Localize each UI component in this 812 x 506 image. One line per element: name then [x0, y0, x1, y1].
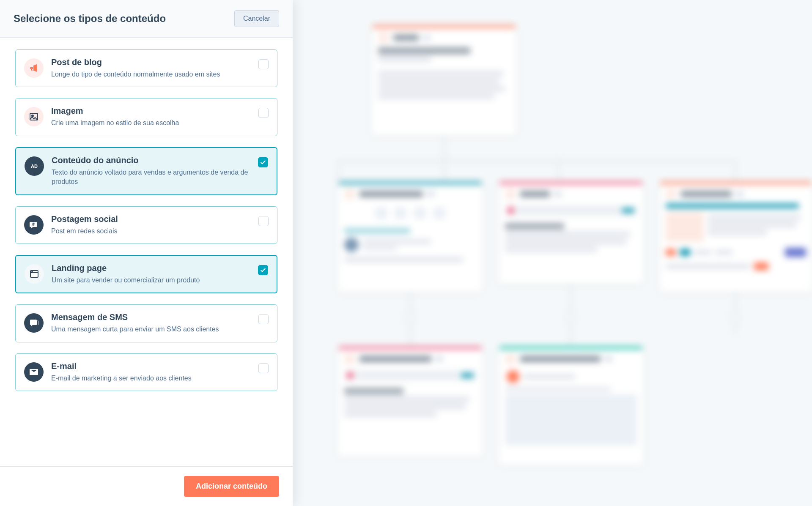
content-type-desc: E-mail de marketing a ser enviado aos cl…: [51, 374, 251, 383]
content-type-ad-content[interactable]: AD Conteúdo do anúncio Texto do anúncio …: [15, 147, 277, 195]
checkbox[interactable]: [258, 108, 269, 118]
panel-body: Post de blog Longe do tipo de conteúdo n…: [0, 38, 293, 466]
envelope-icon: [24, 362, 44, 382]
content-type-desc: Um site para vender ou comercializar um …: [52, 276, 250, 285]
hashtag-icon: #: [24, 215, 44, 235]
checkbox[interactable]: [258, 216, 269, 226]
svg-point-6: [32, 271, 33, 272]
content-type-title: Imagem: [51, 106, 251, 116]
content-type-social-post[interactable]: # Postagem social Post em redes sociais: [15, 206, 277, 244]
ad-icon: AD: [25, 156, 44, 176]
content-type-email[interactable]: E-mail E-mail de marketing a ser enviado…: [15, 353, 277, 391]
image-icon: [24, 107, 44, 126]
panel-footer: Adicionar conteúdo: [0, 466, 293, 506]
content-type-title: Landing page: [52, 263, 250, 273]
svg-point-1: [32, 115, 33, 117]
content-type-title: Mensagem de SMS: [51, 312, 251, 322]
add-content-button[interactable]: Adicionar conteúdo: [184, 476, 279, 497]
svg-text:AD: AD: [31, 164, 38, 169]
content-type-sms[interactable]: Mensagem de SMS Uma mensagem curta para …: [15, 304, 277, 342]
sms-icon: [24, 313, 44, 333]
content-type-title: Postagem social: [51, 214, 251, 224]
checkbox[interactable]: [258, 59, 269, 69]
content-type-selector-panel: Selecione os tipos de conteúdo Cancelar …: [0, 0, 293, 506]
checkbox[interactable]: [258, 157, 268, 167]
content-type-title: E-mail: [51, 361, 251, 371]
content-type-desc: Texto do anúncio voltado para vendas e a…: [52, 168, 250, 187]
checkbox[interactable]: [258, 363, 269, 373]
megaphone-icon: [24, 58, 44, 78]
panel-title: Selecione os tipos de conteúdo: [14, 13, 166, 25]
content-type-blog-post[interactable]: Post de blog Longe do tipo de conteúdo n…: [15, 49, 277, 87]
content-type-desc: Uma mensagem curta para enviar um SMS ao…: [51, 325, 251, 334]
panel-header: Selecione os tipos de conteúdo Cancelar: [0, 0, 293, 38]
content-type-title: Conteúdo do anúncio: [52, 156, 250, 165]
content-type-landing-page[interactable]: Landing page Um site para vender ou come…: [15, 255, 277, 293]
svg-text:#: #: [32, 222, 35, 227]
content-type-title: Post de blog: [51, 57, 251, 67]
content-type-desc: Post em redes sociais: [51, 227, 251, 236]
checkbox[interactable]: [258, 314, 269, 324]
browser-icon: [25, 264, 44, 284]
cancel-button[interactable]: Cancelar: [234, 10, 279, 27]
content-type-desc: Longe do tipo de conteúdo normalmente us…: [51, 70, 251, 79]
content-type-desc: Crie uma imagem no estilo de sua escolha: [51, 118, 251, 128]
content-type-image[interactable]: Imagem Crie uma imagem no estilo de sua …: [15, 98, 277, 136]
checkbox[interactable]: [258, 265, 268, 275]
